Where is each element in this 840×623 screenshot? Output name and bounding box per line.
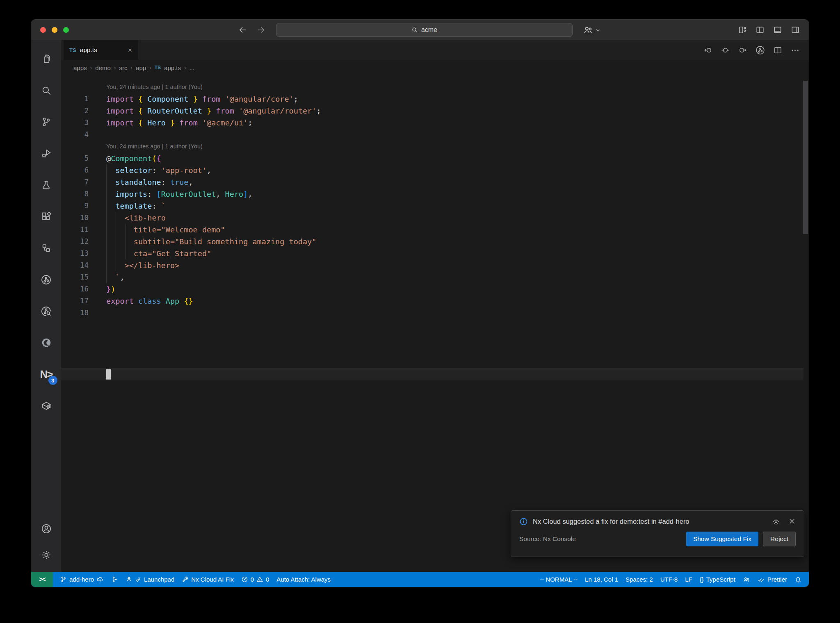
activity-accounts[interactable] (37, 519, 56, 538)
code-line[interactable]: 4 (61, 129, 809, 141)
close-tab-icon[interactable]: × (128, 47, 132, 54)
nav-edit-back-icon[interactable] (703, 45, 713, 55)
tab-app-ts[interactable]: TS app.ts × (64, 40, 138, 60)
line-number[interactable]: 3 (61, 117, 89, 129)
chevron-right-icon: › (114, 64, 116, 71)
code-line[interactable]: 8 imports: [RouterOutlet, Hero], (61, 188, 809, 200)
line-number[interactable]: 11 (61, 224, 89, 236)
line-number[interactable]: 5 (61, 152, 89, 164)
code-line[interactable]: 15 `, (61, 271, 809, 283)
nx-cloud-ai-fix-status[interactable]: Nx Cloud AI Fix (178, 572, 237, 587)
activity-nx-console[interactable]: N> 3 (37, 365, 56, 384)
problems-status[interactable]: 0 0 (237, 572, 273, 587)
activity-testing[interactable] (37, 175, 56, 194)
formatter-status[interactable]: Prettier (754, 572, 791, 587)
auto-attach-status[interactable]: Auto Attach: Always (273, 572, 334, 587)
line-number[interactable]: 1 (61, 93, 89, 105)
navigate-forward-icon[interactable] (256, 25, 265, 34)
line-number[interactable]: 15 (61, 271, 89, 283)
blame-annotation[interactable]: You, 24 minutes ago | 1 author (You) (61, 141, 809, 152)
activity-nx-graph[interactable] (37, 270, 56, 289)
breadcrumb-item[interactable]: src (119, 64, 127, 71)
vertical-scrollbar[interactable] (803, 81, 808, 234)
activity-nx-graph-search[interactable] (37, 302, 56, 321)
nav-edit-forward-icon[interactable] (738, 45, 747, 55)
line-number[interactable]: 16 (61, 283, 89, 295)
code-line[interactable]: 14 ></lib-hero> (61, 259, 809, 271)
code-line[interactable]: 1import { Component } from '@angular/cor… (61, 93, 809, 105)
breadcrumb-item[interactable]: demo (95, 64, 111, 71)
git-branch-status[interactable]: add-hero (56, 572, 107, 587)
line-number[interactable]: 7 (61, 176, 89, 188)
activity-explorer[interactable] (37, 49, 56, 68)
toggle-secondary-sidebar-icon[interactable] (791, 25, 800, 34)
nx-run-target-icon[interactable] (755, 45, 765, 55)
split-editor-icon[interactable] (773, 45, 783, 55)
navigate-back-icon[interactable] (238, 25, 247, 34)
activity-search[interactable] (37, 81, 56, 100)
activity-edge-browser[interactable] (37, 333, 56, 352)
command-center-search[interactable]: acme (276, 23, 573, 37)
indentation-status[interactable]: Spaces: 2 (622, 572, 657, 587)
maximize-window-button[interactable] (63, 27, 69, 33)
vim-mode-status[interactable]: -- NORMAL -- (536, 572, 581, 587)
feedback-status[interactable] (739, 572, 754, 587)
breadcrumb-more[interactable]: ... (189, 64, 195, 71)
language-mode-status[interactable]: {} TypeScript (696, 572, 739, 587)
code-editor[interactable]: You, 24 minutes ago | 1 author (You)1imp… (61, 75, 809, 572)
activity-source-control[interactable] (37, 112, 56, 131)
customize-layout-icon[interactable] (738, 25, 747, 34)
activity-extensions[interactable] (37, 207, 56, 226)
toggle-primary-sidebar-icon[interactable] (756, 25, 765, 34)
remote-indicator[interactable]: >< (31, 572, 53, 587)
reject-button[interactable]: Reject (763, 532, 796, 546)
profile-menu[interactable] (583, 25, 600, 35)
line-number[interactable]: 18 (61, 307, 89, 319)
breadcrumb-file[interactable]: app.ts (164, 64, 181, 71)
close-window-button[interactable] (40, 27, 46, 33)
line-number[interactable]: 8 (61, 188, 89, 200)
line-number[interactable]: 6 (61, 164, 89, 176)
code-line[interactable]: 11 title="Welcmoe demo" (61, 224, 809, 236)
breadcrumb-item[interactable]: app (136, 64, 146, 71)
code-line[interactable]: 2import { RouterOutlet } from '@angular/… (61, 105, 809, 117)
activity-settings[interactable] (37, 546, 56, 564)
show-suggested-fix-button[interactable]: Show Suggested Fix (686, 532, 758, 546)
encoding-status[interactable]: UTF-8 (657, 572, 682, 587)
activity-containers[interactable] (37, 396, 56, 415)
line-number[interactable]: 13 (61, 248, 89, 259)
notification-close-icon[interactable] (788, 518, 796, 526)
nav-edit-location-icon[interactable] (721, 45, 730, 55)
source-control-graph-status[interactable] (107, 572, 122, 587)
line-number[interactable]: 17 (61, 295, 89, 307)
code-line[interactable]: 7 standalone: true, (61, 176, 809, 188)
line-number[interactable]: 14 (61, 259, 89, 271)
activity-run-debug[interactable] (37, 144, 56, 163)
code-line[interactable]: 12 subtitle="Build something amazing tod… (61, 236, 809, 248)
line-number[interactable]: 12 (61, 236, 89, 248)
activity-nx-projects[interactable] (37, 239, 56, 257)
notifications-bell-status[interactable] (791, 572, 806, 587)
more-actions-icon[interactable] (790, 45, 800, 55)
line-number[interactable]: 4 (61, 129, 89, 141)
launchpad-status[interactable]: Launchpad (122, 572, 178, 587)
notification-settings-gear-icon[interactable] (772, 518, 780, 526)
eol-status[interactable]: LF (681, 572, 696, 587)
toggle-panel-icon[interactable] (773, 25, 782, 34)
code-line[interactable]: 13 cta="Get Started" (61, 248, 809, 259)
minimize-window-button[interactable] (52, 27, 57, 33)
code-line[interactable]: 6 selector: 'app-root', (61, 164, 809, 176)
code-line[interactable]: 18 (61, 307, 809, 319)
line-number[interactable]: 2 (61, 105, 89, 117)
line-number[interactable]: 9 (61, 200, 89, 212)
blame-annotation[interactable]: You, 24 minutes ago | 1 author (You) (61, 81, 809, 93)
line-number[interactable]: 10 (61, 212, 89, 224)
code-line[interactable]: 3import { Hero } from '@acme/ui'; (61, 117, 809, 129)
cursor-position-status[interactable]: Ln 18, Col 1 (581, 572, 622, 587)
code-line[interactable]: 10 <lib-hero (61, 212, 809, 224)
breadcrumb-item[interactable]: apps (73, 64, 87, 71)
code-line[interactable]: 17export class App {} (61, 295, 809, 307)
code-line[interactable]: 5@Component({ (61, 152, 809, 164)
code-line[interactable]: 16}) (61, 283, 809, 295)
code-line[interactable]: 9 template: ` (61, 200, 809, 212)
